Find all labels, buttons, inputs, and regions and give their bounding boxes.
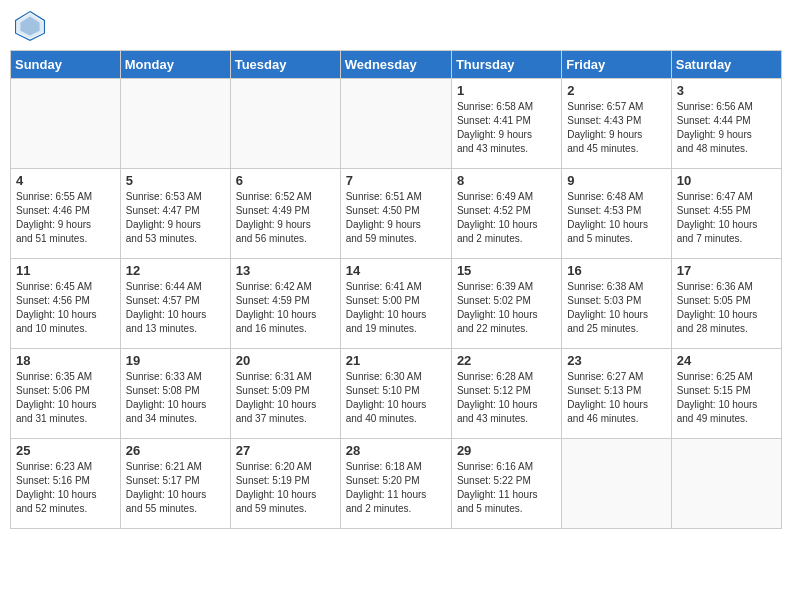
calendar-cell: 2Sunrise: 6:57 AM Sunset: 4:43 PM Daylig… — [562, 79, 671, 169]
calendar-cell — [340, 79, 451, 169]
day-number: 20 — [236, 353, 335, 368]
calendar-cell: 6Sunrise: 6:52 AM Sunset: 4:49 PM Daylig… — [230, 169, 340, 259]
weekday-header-row: SundayMondayTuesdayWednesdayThursdayFrid… — [11, 51, 782, 79]
day-number: 9 — [567, 173, 665, 188]
day-number: 3 — [677, 83, 776, 98]
calendar-cell: 1Sunrise: 6:58 AM Sunset: 4:41 PM Daylig… — [451, 79, 561, 169]
day-info: Sunrise: 6:44 AM Sunset: 4:57 PM Dayligh… — [126, 280, 225, 336]
calendar-cell — [230, 79, 340, 169]
calendar-week-row: 1Sunrise: 6:58 AM Sunset: 4:41 PM Daylig… — [11, 79, 782, 169]
day-info: Sunrise: 6:25 AM Sunset: 5:15 PM Dayligh… — [677, 370, 776, 426]
calendar-cell: 4Sunrise: 6:55 AM Sunset: 4:46 PM Daylig… — [11, 169, 121, 259]
day-number: 7 — [346, 173, 446, 188]
day-info: Sunrise: 6:18 AM Sunset: 5:20 PM Dayligh… — [346, 460, 446, 516]
day-info: Sunrise: 6:39 AM Sunset: 5:02 PM Dayligh… — [457, 280, 556, 336]
day-info: Sunrise: 6:47 AM Sunset: 4:55 PM Dayligh… — [677, 190, 776, 246]
calendar-cell: 15Sunrise: 6:39 AM Sunset: 5:02 PM Dayli… — [451, 259, 561, 349]
calendar-week-row: 18Sunrise: 6:35 AM Sunset: 5:06 PM Dayli… — [11, 349, 782, 439]
weekday-header-friday: Friday — [562, 51, 671, 79]
day-info: Sunrise: 6:55 AM Sunset: 4:46 PM Dayligh… — [16, 190, 115, 246]
day-number: 11 — [16, 263, 115, 278]
calendar-cell: 10Sunrise: 6:47 AM Sunset: 4:55 PM Dayli… — [671, 169, 781, 259]
calendar-cell: 18Sunrise: 6:35 AM Sunset: 5:06 PM Dayli… — [11, 349, 121, 439]
calendar-cell: 28Sunrise: 6:18 AM Sunset: 5:20 PM Dayli… — [340, 439, 451, 529]
day-info: Sunrise: 6:57 AM Sunset: 4:43 PM Dayligh… — [567, 100, 665, 156]
day-info: Sunrise: 6:52 AM Sunset: 4:49 PM Dayligh… — [236, 190, 335, 246]
day-number: 23 — [567, 353, 665, 368]
calendar-cell: 24Sunrise: 6:25 AM Sunset: 5:15 PM Dayli… — [671, 349, 781, 439]
day-number: 10 — [677, 173, 776, 188]
day-number: 22 — [457, 353, 556, 368]
day-info: Sunrise: 6:20 AM Sunset: 5:19 PM Dayligh… — [236, 460, 335, 516]
weekday-header-thursday: Thursday — [451, 51, 561, 79]
day-number: 18 — [16, 353, 115, 368]
day-number: 19 — [126, 353, 225, 368]
day-info: Sunrise: 6:53 AM Sunset: 4:47 PM Dayligh… — [126, 190, 225, 246]
day-info: Sunrise: 6:36 AM Sunset: 5:05 PM Dayligh… — [677, 280, 776, 336]
day-number: 17 — [677, 263, 776, 278]
day-info: Sunrise: 6:16 AM Sunset: 5:22 PM Dayligh… — [457, 460, 556, 516]
calendar-cell: 5Sunrise: 6:53 AM Sunset: 4:47 PM Daylig… — [120, 169, 230, 259]
day-number: 28 — [346, 443, 446, 458]
day-info: Sunrise: 6:41 AM Sunset: 5:00 PM Dayligh… — [346, 280, 446, 336]
day-info: Sunrise: 6:42 AM Sunset: 4:59 PM Dayligh… — [236, 280, 335, 336]
day-info: Sunrise: 6:48 AM Sunset: 4:53 PM Dayligh… — [567, 190, 665, 246]
day-number: 15 — [457, 263, 556, 278]
weekday-header-saturday: Saturday — [671, 51, 781, 79]
calendar-week-row: 25Sunrise: 6:23 AM Sunset: 5:16 PM Dayli… — [11, 439, 782, 529]
calendar-cell: 21Sunrise: 6:30 AM Sunset: 5:10 PM Dayli… — [340, 349, 451, 439]
calendar-cell: 12Sunrise: 6:44 AM Sunset: 4:57 PM Dayli… — [120, 259, 230, 349]
day-info: Sunrise: 6:23 AM Sunset: 5:16 PM Dayligh… — [16, 460, 115, 516]
day-info: Sunrise: 6:28 AM Sunset: 5:12 PM Dayligh… — [457, 370, 556, 426]
day-number: 29 — [457, 443, 556, 458]
day-number: 6 — [236, 173, 335, 188]
calendar-week-row: 4Sunrise: 6:55 AM Sunset: 4:46 PM Daylig… — [11, 169, 782, 259]
weekday-header-sunday: Sunday — [11, 51, 121, 79]
weekday-header-tuesday: Tuesday — [230, 51, 340, 79]
calendar-cell: 20Sunrise: 6:31 AM Sunset: 5:09 PM Dayli… — [230, 349, 340, 439]
logo — [14, 10, 50, 42]
calendar-cell: 3Sunrise: 6:56 AM Sunset: 4:44 PM Daylig… — [671, 79, 781, 169]
day-number: 13 — [236, 263, 335, 278]
day-info: Sunrise: 6:27 AM Sunset: 5:13 PM Dayligh… — [567, 370, 665, 426]
calendar-cell: 17Sunrise: 6:36 AM Sunset: 5:05 PM Dayli… — [671, 259, 781, 349]
calendar-cell: 11Sunrise: 6:45 AM Sunset: 4:56 PM Dayli… — [11, 259, 121, 349]
day-info: Sunrise: 6:33 AM Sunset: 5:08 PM Dayligh… — [126, 370, 225, 426]
day-info: Sunrise: 6:49 AM Sunset: 4:52 PM Dayligh… — [457, 190, 556, 246]
day-number: 2 — [567, 83, 665, 98]
calendar-cell: 16Sunrise: 6:38 AM Sunset: 5:03 PM Dayli… — [562, 259, 671, 349]
day-info: Sunrise: 6:38 AM Sunset: 5:03 PM Dayligh… — [567, 280, 665, 336]
calendar-cell: 7Sunrise: 6:51 AM Sunset: 4:50 PM Daylig… — [340, 169, 451, 259]
calendar-cell: 26Sunrise: 6:21 AM Sunset: 5:17 PM Dayli… — [120, 439, 230, 529]
calendar-cell: 25Sunrise: 6:23 AM Sunset: 5:16 PM Dayli… — [11, 439, 121, 529]
calendar-cell: 29Sunrise: 6:16 AM Sunset: 5:22 PM Dayli… — [451, 439, 561, 529]
day-number: 16 — [567, 263, 665, 278]
day-number: 1 — [457, 83, 556, 98]
calendar-table: SundayMondayTuesdayWednesdayThursdayFrid… — [10, 50, 782, 529]
day-info: Sunrise: 6:31 AM Sunset: 5:09 PM Dayligh… — [236, 370, 335, 426]
calendar-cell — [562, 439, 671, 529]
day-number: 25 — [16, 443, 115, 458]
weekday-header-wednesday: Wednesday — [340, 51, 451, 79]
calendar-cell — [11, 79, 121, 169]
day-info: Sunrise: 6:21 AM Sunset: 5:17 PM Dayligh… — [126, 460, 225, 516]
day-info: Sunrise: 6:30 AM Sunset: 5:10 PM Dayligh… — [346, 370, 446, 426]
logo-icon — [14, 10, 46, 42]
page-header — [10, 10, 782, 42]
day-number: 4 — [16, 173, 115, 188]
day-info: Sunrise: 6:51 AM Sunset: 4:50 PM Dayligh… — [346, 190, 446, 246]
calendar-cell: 9Sunrise: 6:48 AM Sunset: 4:53 PM Daylig… — [562, 169, 671, 259]
calendar-cell — [671, 439, 781, 529]
day-info: Sunrise: 6:56 AM Sunset: 4:44 PM Dayligh… — [677, 100, 776, 156]
calendar-cell: 14Sunrise: 6:41 AM Sunset: 5:00 PM Dayli… — [340, 259, 451, 349]
day-info: Sunrise: 6:35 AM Sunset: 5:06 PM Dayligh… — [16, 370, 115, 426]
calendar-cell: 22Sunrise: 6:28 AM Sunset: 5:12 PM Dayli… — [451, 349, 561, 439]
day-number: 26 — [126, 443, 225, 458]
day-number: 5 — [126, 173, 225, 188]
day-number: 24 — [677, 353, 776, 368]
day-number: 12 — [126, 263, 225, 278]
day-info: Sunrise: 6:45 AM Sunset: 4:56 PM Dayligh… — [16, 280, 115, 336]
calendar-week-row: 11Sunrise: 6:45 AM Sunset: 4:56 PM Dayli… — [11, 259, 782, 349]
calendar-cell — [120, 79, 230, 169]
calendar-cell: 13Sunrise: 6:42 AM Sunset: 4:59 PM Dayli… — [230, 259, 340, 349]
